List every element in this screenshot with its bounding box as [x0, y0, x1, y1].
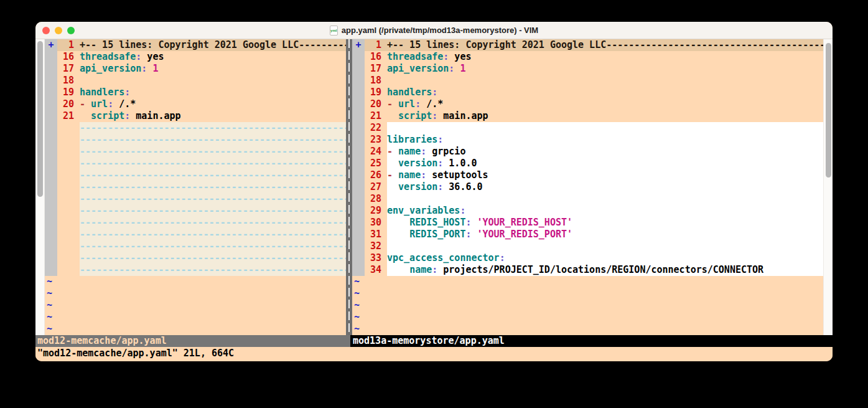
code-line[interactable]: 17api_version: 1: [57, 63, 346, 75]
filler-dashes: ----------------------------------------…: [80, 146, 346, 158]
diff-filler-line[interactable]: ----------------------------------------…: [57, 217, 346, 229]
line-number: [57, 146, 74, 158]
diff-filler-line[interactable]: ----------------------------------------…: [57, 205, 346, 217]
code-line[interactable]: 21 script: main.app: [365, 110, 823, 122]
code-token: vpc_access_connector: [387, 252, 500, 264]
code-line[interactable]: 29env_variables:: [365, 205, 823, 217]
code-token: :: [465, 229, 471, 240]
left-scrollbar-thumb[interactable]: [37, 41, 43, 197]
code-token: version: [398, 158, 437, 169]
diff-filler-line[interactable]: ----------------------------------------…: [57, 181, 346, 193]
code-token: 1.0.0: [443, 158, 477, 169]
code-token: [387, 217, 409, 229]
tilde-area-left: ~~~~~: [45, 276, 346, 335]
diff-filler-line[interactable]: ----------------------------------------…: [57, 193, 346, 205]
tilde-line: ~: [45, 323, 346, 335]
fold-header-line[interactable]: 1+-- 15 lines: Copyright 2021 Google LLC…: [365, 39, 823, 51]
code-token: env_variables: [387, 205, 460, 217]
code-line[interactable]: 23libraries:: [365, 134, 823, 146]
code-token: -: [387, 169, 393, 181]
line-number: 17: [57, 63, 74, 75]
buffer-right: 1+-- 15 lines: Copyright 2021 Google LLC…: [365, 39, 823, 276]
filler-dashes: ----------------------------------------…: [80, 205, 346, 217]
zoom-button[interactable]: [67, 27, 75, 34]
code-token: 'YOUR_REDIS_HOST': [477, 217, 573, 229]
code-line[interactable]: 21 script: main.app: [57, 110, 346, 122]
code-token: [393, 146, 398, 158]
code-token: version: [398, 181, 437, 193]
code-token: :: [108, 98, 113, 110]
line-number: 18: [57, 75, 74, 87]
statusline-left[interactable]: mod12-memcache/app.yaml: [35, 335, 350, 347]
code-token: :: [421, 146, 426, 158]
line-number: 30: [365, 217, 381, 229]
code-line[interactable]: 28: [365, 193, 823, 205]
code-line[interactable]: 30 REDIS_HOST: 'YOUR_REDIS_HOST': [365, 217, 823, 229]
close-button[interactable]: [42, 27, 50, 34]
vertical-split-bar[interactable]: [346, 39, 352, 335]
filler-dashes: ----------------------------------------…: [80, 181, 346, 193]
code-token: handlers: [80, 87, 124, 98]
code-token: /.*: [113, 98, 136, 110]
diff-filler-line[interactable]: ----------------------------------------…: [57, 169, 346, 181]
line-number: 25: [365, 158, 381, 169]
line-number: 23: [365, 134, 381, 146]
diff-filler-line[interactable]: ----------------------------------------…: [57, 229, 346, 240]
diff-filler-line[interactable]: ----------------------------------------…: [57, 134, 346, 146]
filler-dashes: ----------------------------------------…: [80, 217, 346, 229]
code-token: [393, 98, 398, 110]
code-line[interactable]: 32: [365, 240, 823, 252]
code-line[interactable]: 31 REDIS_PORT: 'YOUR_REDIS_PORT': [365, 229, 823, 240]
diff-filler-line[interactable]: ----------------------------------------…: [57, 240, 346, 252]
tilde-line: ~: [45, 288, 346, 300]
diff-filler-line[interactable]: ----------------------------------------…: [57, 158, 346, 169]
code-line[interactable]: 20- url: /.*: [365, 98, 823, 110]
code-line[interactable]: 17api_version: 1: [365, 63, 823, 75]
code-token: libraries: [387, 134, 437, 146]
code-line[interactable]: 19handlers:: [57, 87, 346, 98]
code-line[interactable]: 24- name: grpcio: [365, 146, 823, 158]
code-line[interactable]: 34 name: projects/PROJECT_ID/locations/R…: [365, 264, 823, 276]
line-number: [57, 158, 74, 169]
line-number: 32: [365, 240, 381, 252]
diff-filler-line[interactable]: ----------------------------------------…: [57, 264, 346, 276]
code-token: :: [141, 63, 147, 75]
line-number: 16: [57, 51, 74, 63]
code-line[interactable]: 16threadsafe: yes: [57, 51, 346, 63]
code-token: projects/PROJECT_ID/locations/REGION/con…: [437, 264, 763, 276]
code-line[interactable]: 22: [365, 122, 823, 134]
code-line[interactable]: 33vpc_access_connector:: [365, 252, 823, 264]
code-line[interactable]: 18: [57, 75, 346, 87]
editor-content: + 1+-- 15 lines: Copyright 2021 Google L…: [35, 39, 833, 335]
fold-expand-icon[interactable]: +: [48, 39, 54, 50]
code-line[interactable]: 20- url: /.*: [57, 98, 346, 110]
fold-column[interactable]: +: [45, 39, 57, 276]
pane-left[interactable]: + 1+-- 15 lines: Copyright 2021 Google L…: [45, 39, 346, 335]
right-scrollbar[interactable]: [823, 39, 833, 335]
title-bar[interactable]: yml app.yaml (/private/tmp/mod13a-memory…: [35, 22, 833, 39]
code-token: [387, 229, 409, 240]
code-line[interactable]: 18: [365, 75, 823, 87]
fold-header-line[interactable]: 1+-- 15 lines: Copyright 2021 Google LLC…: [57, 39, 346, 51]
pane-right[interactable]: + 1+-- 15 lines: Copyright 2021 Google L…: [352, 39, 823, 335]
code-line[interactable]: 26- name: setuptools: [365, 169, 823, 181]
line-number: 19: [57, 87, 74, 98]
line-number: [57, 229, 74, 240]
fold-expand-icon[interactable]: +: [355, 39, 361, 50]
diff-filler-line[interactable]: ----------------------------------------…: [57, 122, 346, 134]
code-line[interactable]: 25 version: 1.0.0: [365, 158, 823, 169]
statusline-right[interactable]: mod13a-memorystore/app.yaml: [350, 335, 833, 347]
code-line[interactable]: 27 version: 36.6.0: [365, 181, 823, 193]
diff-filler-line[interactable]: ----------------------------------------…: [57, 252, 346, 264]
line-number: [57, 134, 74, 146]
fold-column[interactable]: +: [352, 39, 365, 276]
line-number: 20: [57, 98, 74, 110]
code-line[interactable]: 19handlers:: [365, 87, 823, 98]
right-scrollbar-thumb[interactable]: [826, 43, 831, 178]
left-scrollbar[interactable]: [35, 39, 45, 335]
diff-filler-line[interactable]: ----------------------------------------…: [57, 146, 346, 158]
code-token: /.*: [421, 98, 443, 110]
code-token: name: [398, 146, 421, 158]
code-line[interactable]: 16threadsafe: yes: [365, 51, 823, 63]
minimize-button[interactable]: [55, 27, 62, 34]
